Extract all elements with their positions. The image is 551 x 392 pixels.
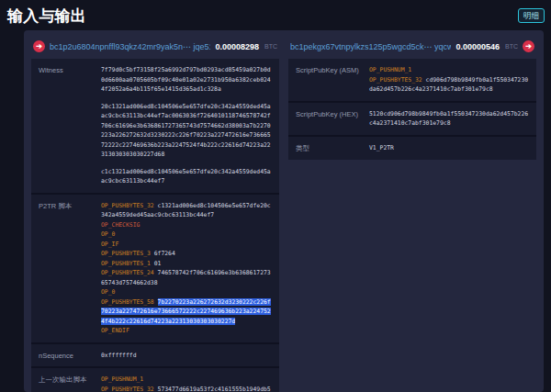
push-data: 6f7264 <box>154 250 175 257</box>
script-asm-line: OP_IF <box>101 240 272 250</box>
script-asm-line: OP_CHECKSIG <box>101 220 272 230</box>
row-value: OP_PUSHNUM_1OP_PUSHBYTES_32 cd906d798b98… <box>369 65 529 95</box>
detail-row: ScriptPubKey (ASM)OP_PUSHNUM_1OP_PUSHBYT… <box>288 59 536 103</box>
output-arrow-icon[interactable]: ➔ <box>523 40 534 52</box>
script-asm-line: OP_PUSHBYTES_58 7b2270223a226272632d3230… <box>101 297 272 327</box>
input-column: ➔ bc1p2u6804npnffl93qkz42mr9yak5n⋯ jqe51… <box>31 37 279 392</box>
input-arrow-icon[interactable]: ➔ <box>33 40 45 52</box>
opcode: OP_IF <box>101 241 118 248</box>
input-amount: 0.00008298 <box>215 42 259 51</box>
output-address-link[interactable]: bc1pekgx67vtnpylkzs125p5wgcd5ck⋯ yqcwedd… <box>290 42 451 51</box>
opcode: OP_PUSHBYTES_32 <box>101 202 154 209</box>
details-button[interactable]: 明细 <box>518 8 545 24</box>
output-column: bc1pekgx67vtnpylkzs125p5wgcd5ck⋯ yqcwedd… <box>288 37 536 160</box>
script-asm-line: OP_PUSHBYTES_3 6f7264 <box>101 249 272 259</box>
script-asm-line: OP_PUSHNUM_1 <box>369 65 529 75</box>
opcode: OP_ENDIF <box>101 327 129 334</box>
opcode: OP_0 <box>101 230 115 238</box>
script-asm-line: OP_PUSHBYTES_1 01 <box>101 259 272 269</box>
opcode: OP_PUSHBYTES_32 <box>369 76 422 84</box>
detail-row: nSequence0xfffffffd <box>31 344 279 369</box>
input-detail-rows: Witness7f79d0c5bf73158f25a6992d797bd0293… <box>31 59 279 392</box>
opcode: OP_PUSHBYTES_58 <box>101 298 154 306</box>
row-label: Witness <box>39 65 101 186</box>
row-value: 7f79d0c5bf73158f25a6992d797bd0293acd8545… <box>101 65 272 186</box>
witness-hex-block: 7f79d0c5bf73158f25a6992d797bd0293acd8545… <box>101 65 272 95</box>
script-asm-line: OP_ENDIF <box>101 326 272 336</box>
opcode: OP_PUSHNUM_1 <box>101 375 143 383</box>
row-value: OP_PUSHNUM_1OP_PUSHBYTES_32 573477d6619a… <box>101 375 272 392</box>
detail-row: 上一次输出脚本OP_PUSHNUM_1OP_PUSHBYTES_32 57347… <box>31 368 279 392</box>
input-address-link[interactable]: bc1p2u6804npnffl93qkz42mr9yak5n⋯ jqe51d8… <box>50 42 210 51</box>
script-asm-line: OP_0 <box>101 287 272 297</box>
page-title: 输入与输出 <box>7 6 86 27</box>
row-label: nSequence <box>39 351 101 361</box>
row-label: 类型 <box>296 143 369 153</box>
output-detail-rows: ScriptPubKey (ASM)OP_PUSHNUM_1OP_PUSHBYT… <box>288 59 536 160</box>
opcode: OP_CHECKSIG <box>101 221 140 229</box>
io-panel: ➔ bc1p2u6804npnffl93qkz42mr9yak5n⋯ jqe51… <box>24 30 544 392</box>
output-currency-label: BTC <box>505 43 518 50</box>
row-value: 0xfffffffd <box>101 351 272 361</box>
opcode: OP_PUSHBYTES_3 <box>101 250 151 257</box>
row-value: V1_P2TR <box>369 143 529 153</box>
page-header: 输入与输出 明细 <box>0 0 551 30</box>
detail-row: P2TR 脚本OP_PUSHBYTES_32 c1321ad006ed8c104… <box>31 195 279 344</box>
output-amount: 0.00000546 <box>455 42 500 51</box>
opcode: OP_PUSHBYTES_32 <box>101 386 154 392</box>
output-address-row: bc1pekgx67vtnpylkzs125p5wgcd5ck⋯ yqcwedd… <box>288 37 536 56</box>
opcode: OP_PUSHBYTES_24 <box>101 269 154 276</box>
input-currency-label: BTC <box>264 43 277 50</box>
row-label: ScriptPubKey (ASM) <box>296 65 369 95</box>
row-value: OP_PUSHBYTES_32 c1321ad006ed8c104506e5e6… <box>101 201 272 336</box>
script-asm-line: OP_0 <box>101 230 272 240</box>
opcode: OP_PUSHNUM_1 <box>369 66 411 73</box>
detail-row: 类型V1_P2TR <box>288 137 536 160</box>
row-label: ScriptPubKey (HEX) <box>296 109 369 129</box>
detail-row: ScriptPubKey (HEX)5120cd906d798b9849fb0a… <box>288 103 536 137</box>
push-data: 01 <box>154 260 162 267</box>
witness-hex-block: c1c1321ad006ed8c104506e5e657dfe20c342a45… <box>101 167 272 186</box>
script-asm-line: OP_PUSHBYTES_24 746578742f706c61696e3b63… <box>101 268 272 287</box>
row-value: 5120cd906d798b9849fb0a1f550347230da62d45… <box>369 109 529 129</box>
transaction-io-page: 输入与输出 明细 ➔ bc1p2u6804npnffl93qkz42mr9yak… <box>0 0 551 392</box>
opcode: OP_0 <box>101 288 115 296</box>
script-asm-line: OP_PUSHBYTES_32 cd906d798b9849fb0a1f5503… <box>369 75 529 95</box>
row-label: 上一次输出脚本 <box>39 375 101 392</box>
input-address-row: ➔ bc1p2u6804npnffl93qkz42mr9yak5n⋯ jqe51… <box>31 37 279 56</box>
script-asm-line: OP_PUSHBYTES_32 c1321ad006ed8c104506e5e6… <box>101 201 272 220</box>
script-asm-line: OP_PUSHBYTES_32 573477d6619a53f2c4161555… <box>101 385 272 392</box>
script-asm-line: OP_PUSHNUM_1 <box>101 375 272 385</box>
witness-hex-block: 20c1321ad006ed8c104506e5e657dfe20c342a45… <box>101 102 272 160</box>
opcode: OP_PUSHBYTES_1 <box>101 260 151 267</box>
detail-row: Witness7f79d0c5bf73158f25a6992d797bd0293… <box>31 59 279 195</box>
row-label: P2TR 脚本 <box>39 201 101 336</box>
